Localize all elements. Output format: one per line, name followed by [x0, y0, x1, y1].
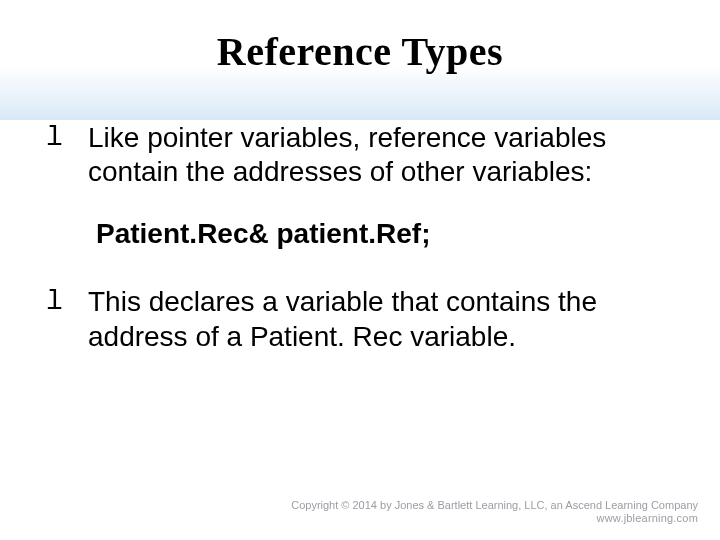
code-example: Patient.Rec& patient.Ref; — [96, 217, 676, 251]
slide-footer: Copyright © 2014 by Jones & Bartlett Lea… — [291, 499, 698, 527]
bullet-item: l This declares a variable that contains… — [44, 285, 676, 353]
slide-title: Reference Types — [44, 28, 676, 75]
bullet-list: l Like pointer variables, reference vari… — [44, 121, 676, 354]
slide-content: Reference Types l Like pointer variables… — [0, 0, 720, 354]
bullet-text: Like pointer variables, reference variab… — [88, 121, 676, 189]
bullet-marker: l — [44, 285, 88, 319]
copyright-text: Copyright © 2014 by Jones & Bartlett Lea… — [291, 499, 698, 513]
bullet-text: This declares a variable that contains t… — [88, 285, 676, 353]
bullet-item: l Like pointer variables, reference vari… — [44, 121, 676, 189]
footer-url: www.jblearning.com — [291, 512, 698, 526]
bullet-marker: l — [44, 121, 88, 155]
